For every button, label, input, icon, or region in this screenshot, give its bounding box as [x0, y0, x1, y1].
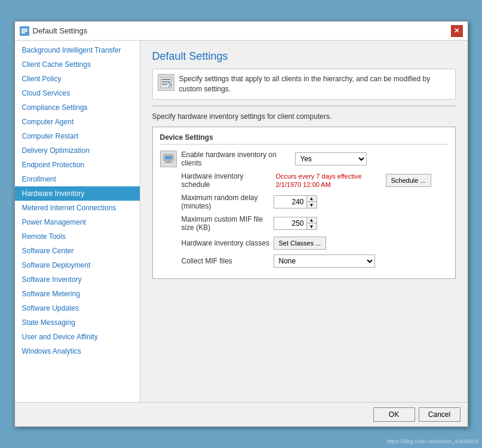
- schedule-control: Occurs every 7 days effective 2/1/1970 1…: [274, 172, 448, 189]
- max-random-control: ▲ ▼: [274, 195, 448, 208]
- classes-label: Hardware inventory classes: [160, 239, 274, 247]
- sidebar-item-state-messaging[interactable]: State Messaging: [15, 315, 140, 330]
- main-content: Default Settings Specify settings that a…: [140, 41, 468, 402]
- sidebar-item-metered-internet-connections[interactable]: Metered Internet Connections: [15, 201, 140, 215]
- close-button[interactable]: ✕: [451, 25, 463, 37]
- svg-rect-7: [162, 84, 167, 85]
- svg-rect-10: [167, 161, 170, 162]
- section-description: Specify hardware inventory settings for …: [152, 112, 456, 121]
- max-mif-up[interactable]: ▲: [307, 217, 317, 223]
- sidebar-item-software-deployment[interactable]: Software Deployment: [15, 258, 140, 272]
- schedule-info: Occurs every 7 days effective 2/1/1970 1…: [276, 172, 383, 189]
- sidebar-item-software-inventory[interactable]: Software Inventory: [15, 272, 140, 287]
- enable-hardware-row: Enable hardware inventory on clients Yes…: [160, 151, 448, 167]
- info-icon: [158, 74, 174, 91]
- sidebar-item-computer-agent[interactable]: Computer Agent: [15, 115, 140, 129]
- collect-mif-label: Collect MIF files: [160, 257, 274, 265]
- sidebar-item-software-center[interactable]: Software Center: [15, 244, 140, 258]
- window-title: Default Settings: [33, 26, 88, 35]
- svg-rect-3: [22, 32, 25, 33]
- max-random-down[interactable]: ▼: [307, 202, 317, 208]
- sidebar-item-background-intelligent-transfer[interactable]: Background Intelligent Transfer: [15, 43, 140, 57]
- max-random-row: Maximum random delay (minutes) ▲ ▼: [160, 194, 448, 210]
- sidebar-item-hardware-inventory[interactable]: Hardware Inventory: [15, 186, 140, 201]
- sidebar-item-remote-tools[interactable]: Remote Tools: [15, 229, 140, 244]
- sidebar-item-computer-restart[interactable]: Computer Restart: [15, 129, 140, 143]
- sidebar-item-client-cache-settings[interactable]: Client Cache Settings: [15, 57, 140, 72]
- sidebar-item-delivery-optimization[interactable]: Delivery Optimization: [15, 143, 140, 158]
- schedule-row: Hardware inventory schedule Occurs every…: [160, 172, 448, 189]
- max-random-arrows: ▲ ▼: [306, 195, 317, 208]
- cancel-button[interactable]: Cancel: [419, 407, 460, 422]
- enable-hardware-control: Yes No: [295, 152, 448, 165]
- divider: [152, 106, 456, 106]
- max-mif-row: Maximum custom MIF file size (KB) ▲ ▼: [160, 215, 448, 232]
- enable-hardware-select[interactable]: Yes No: [295, 152, 367, 165]
- max-mif-label: Maximum custom MIF file size (KB): [160, 215, 274, 232]
- max-random-up[interactable]: ▲: [307, 196, 317, 202]
- sidebar-item-cloud-services[interactable]: Cloud Services: [15, 86, 140, 100]
- sidebar-item-endpoint-protection[interactable]: Endpoint Protection: [15, 158, 140, 172]
- title-bar-left: Default Settings: [20, 26, 88, 36]
- sidebar-item-enrollment[interactable]: Enrollment: [15, 172, 140, 186]
- device-settings-box: Device Settings Enable hardware inventor…: [152, 127, 456, 280]
- svg-rect-11: [165, 162, 172, 163]
- sidebar-item-power-management[interactable]: Power Management: [15, 215, 140, 229]
- sidebar-item-compliance-settings[interactable]: Compliance Settings: [15, 100, 140, 115]
- sidebar-item-software-updates[interactable]: Software Updates: [15, 301, 140, 315]
- sidebar-item-client-policy[interactable]: Client Policy: [15, 72, 140, 86]
- max-mif-arrows: ▲ ▼: [306, 217, 317, 230]
- device-settings-title: Device Settings: [160, 133, 448, 145]
- max-mif-control: ▲ ▼: [274, 217, 448, 230]
- window-body: Background Intelligent TransferClient Ca…: [15, 41, 468, 402]
- page-title: Default Settings: [152, 50, 456, 63]
- max-mif-down[interactable]: ▼: [307, 223, 317, 229]
- info-text: Specify settings that apply to all clien…: [179, 74, 450, 94]
- max-mif-input[interactable]: [274, 217, 306, 230]
- sidebar-item-software-metering[interactable]: Software Metering: [15, 287, 140, 301]
- svg-rect-2: [22, 30, 27, 32]
- max-random-label: Maximum random delay (minutes): [160, 194, 274, 210]
- svg-rect-9: [165, 156, 172, 159]
- collect-mif-select[interactable]: None Collect IDMIF files Collect NOIDMIF…: [274, 254, 375, 268]
- svg-rect-6: [162, 81, 170, 82]
- classes-row: Hardware inventory classes Set Classes .…: [160, 237, 448, 250]
- ok-button[interactable]: OK: [373, 407, 415, 422]
- collect-mif-row: Collect MIF files None Collect IDMIF fil…: [160, 254, 448, 268]
- window-icon: [20, 26, 29, 36]
- svg-rect-5: [162, 79, 170, 80]
- max-mif-spinbox: ▲ ▼: [274, 217, 317, 230]
- max-random-input[interactable]: [274, 195, 306, 208]
- info-box: Specify settings that apply to all clien…: [152, 69, 456, 100]
- classes-control: Set Classes ...: [274, 237, 448, 250]
- sidebar: Background Intelligent TransferClient Ca…: [15, 41, 140, 402]
- set-classes-button[interactable]: Set Classes ...: [274, 237, 327, 250]
- footer: OK Cancel: [15, 402, 468, 426]
- watermark: https://blog.csdn.net/weixin_42669829: [387, 438, 478, 444]
- schedule-label: Hardware inventory schedule: [160, 172, 274, 189]
- svg-rect-1: [22, 29, 27, 30]
- sidebar-item-windows-analytics[interactable]: Windows Analytics: [15, 344, 140, 358]
- title-bar: Default Settings ✕: [15, 22, 468, 41]
- hardware-icon: [160, 151, 177, 167]
- enable-hardware-label: Enable hardware inventory on clients: [182, 151, 295, 167]
- schedule-button[interactable]: Schedule ...: [386, 174, 431, 187]
- collect-mif-control: None Collect IDMIF files Collect NOIDMIF…: [274, 254, 448, 268]
- max-random-spinbox: ▲ ▼: [274, 195, 317, 208]
- sidebar-item-user-and-device-affinity[interactable]: User and Device Affinity: [15, 330, 140, 344]
- main-window: Default Settings ✕ Background Intelligen…: [14, 21, 468, 427]
